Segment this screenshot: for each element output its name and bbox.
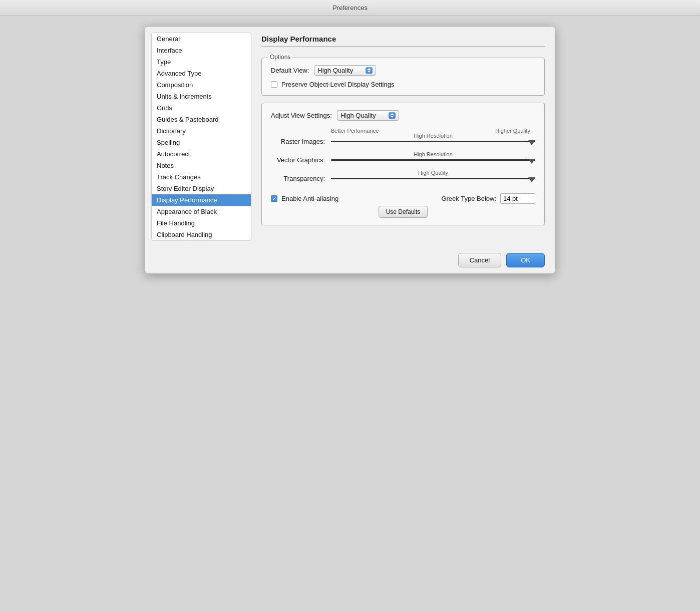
enable-antialiasing-label: Enable Anti-aliasing [281,195,338,202]
vector-graphics-value: High Resolution [414,151,453,157]
higher-quality-label: Higher Quality [495,128,530,134]
raster-images-row: Raster Images: High Resolution [271,138,535,145]
transparency-track [331,178,535,179]
sidebar-item-type[interactable]: Type [152,56,251,68]
cancel-button[interactable]: Cancel [458,253,501,267]
sidebar-item-interface[interactable]: Interface [152,45,251,56]
default-view-select[interactable]: High Quality [314,65,376,76]
sidebar-item-display-performance[interactable]: Display Performance [152,194,251,206]
bottom-controls: ✓ Enable Anti-aliasing Greek Type Below: [271,193,535,204]
sidebar-item-clipboard-handling[interactable]: Clipboard Handling [152,229,251,240]
transparency-value: High Quality [418,170,448,176]
dialog-title: Preferences [332,4,368,12]
adjust-view-label: Adjust View Settings: [271,112,332,119]
page-title: Display Performance [261,35,545,47]
dialog-footer: Cancel OK [145,247,555,273]
raster-images-track [331,141,535,142]
adjust-select-arrow-icon [389,112,396,119]
preserve-checkbox[interactable] [271,81,277,88]
enable-antialiasing-checkbox[interactable]: ✓ [271,195,277,202]
vector-graphics-track [331,159,535,161]
better-performance-label: Better Performance [331,128,379,134]
use-defaults-container: Use Defaults [271,206,535,218]
preserve-checkbox-row: Preserve Object-Level Display Settings [271,81,535,88]
sidebar-item-composition[interactable]: Composition [152,79,251,91]
sidebar-item-autocorrect[interactable]: Autocorrect [152,148,251,160]
preserve-label: Preserve Object-Level Display Settings [281,81,394,88]
sidebar-item-units-increments[interactable]: Units & Increments [152,91,251,102]
sidebar: GeneralInterfaceTypeAdvanced TypeComposi… [151,33,251,241]
adjust-view-header: Adjust View Settings: High Quality [271,110,535,121]
select-arrow-icon [366,67,373,74]
raster-images-thumb [528,140,535,145]
sidebar-item-story-editor-display[interactable]: Story Editor Display [152,183,251,194]
sidebar-item-advanced-type[interactable]: Advanced Type [152,68,251,79]
options-legend: Options [268,54,292,61]
sidebar-item-general[interactable]: General [152,33,251,45]
greek-type-label: Greek Type Below: [441,195,496,202]
sidebar-item-guides-pasteboard[interactable]: Guides & Pasteboard [152,114,251,125]
transparency-slider[interactable]: High Quality [331,178,535,179]
sidebar-item-spelling[interactable]: Spelling [152,137,251,148]
vector-graphics-thumb [528,159,535,164]
sidebar-item-track-changes[interactable]: Track Changes [152,171,251,183]
vector-graphics-row: Vector Graphics: High Resolution [271,156,535,164]
dialog-body: GeneralInterfaceTypeAdvanced TypeComposi… [145,27,555,247]
sidebar-item-grids[interactable]: Grids [152,102,251,114]
sidebar-item-dictionary[interactable]: Dictionary [152,125,251,137]
transparency-thumb [528,177,535,182]
title-bar: Preferences [0,0,700,16]
performance-labels: Better Performance Higher Quality [271,128,535,134]
adjust-arrow-down-icon [390,116,394,118]
transparency-row: Transparency: High Quality [271,175,535,182]
sidebar-item-notes[interactable]: Notes [152,160,251,171]
raster-images-value: High Resolution [414,133,453,139]
arrow-down-icon [367,71,371,73]
greek-type-input[interactable] [500,193,535,204]
transparency-label: Transparency: [271,175,331,182]
adjust-view-select[interactable]: High Quality [337,110,399,121]
default-view-row: Default View: High Quality [271,65,535,76]
options-panel: Options Default View: High Quality Prese… [261,58,545,96]
ok-button[interactable]: OK [506,253,545,267]
sidebar-item-appearance-of-black[interactable]: Appearance of Black [152,206,251,217]
main-content: Display Performance Options Default View… [251,27,555,247]
enable-antialiasing-row: ✓ Enable Anti-aliasing [271,195,338,202]
preferences-dialog: GeneralInterfaceTypeAdvanced TypeComposi… [145,26,555,274]
vector-graphics-slider[interactable]: High Resolution [331,159,535,161]
vector-graphics-label: Vector Graphics: [271,156,331,164]
raster-images-slider[interactable]: High Resolution [331,141,535,142]
default-view-value: High Quality [317,67,363,74]
greek-type-row: Greek Type Below: [441,193,535,204]
arrow-up-icon [367,68,371,70]
sidebar-item-file-handling[interactable]: File Handling [152,217,251,229]
default-view-label: Default View: [271,67,309,74]
adjust-panel: Adjust View Settings: High Quality Bette… [261,103,545,225]
raster-images-label: Raster Images: [271,138,331,145]
use-defaults-button[interactable]: Use Defaults [379,206,428,218]
adjust-arrow-up-icon [390,113,394,115]
adjust-view-value: High Quality [340,112,386,119]
